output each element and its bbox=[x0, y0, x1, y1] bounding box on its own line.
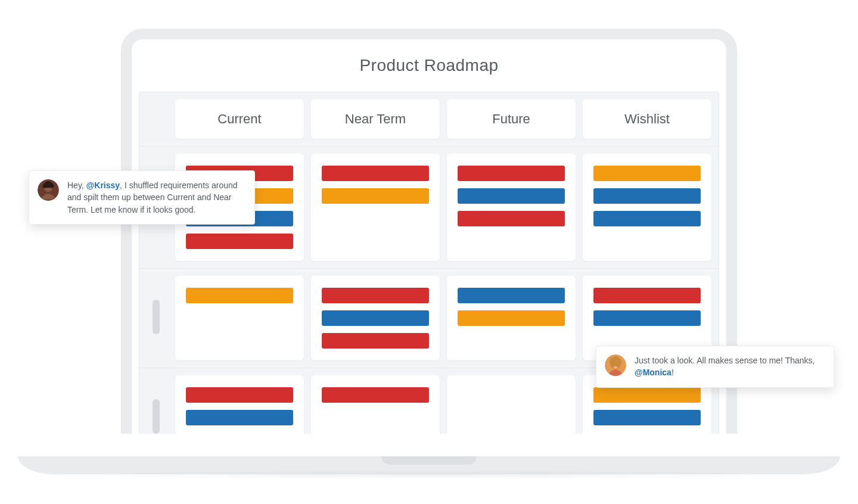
avatar bbox=[38, 179, 59, 201]
roadmap-item[interactable] bbox=[186, 234, 293, 249]
roadmap-item[interactable] bbox=[458, 166, 565, 181]
workspace-handle-wrap bbox=[147, 375, 168, 434]
board-cell[interactable] bbox=[447, 276, 576, 360]
comment-card[interactable]: Hey, @Krissy, I shuffled requirements ar… bbox=[29, 170, 255, 225]
column-header-current[interactable]: Current bbox=[175, 99, 304, 139]
roadmap-item[interactable] bbox=[322, 387, 429, 403]
roadmap-item[interactable] bbox=[458, 211, 565, 226]
roadmap-item[interactable] bbox=[186, 410, 293, 425]
roadmap-item[interactable] bbox=[322, 288, 429, 303]
roadmap-item[interactable] bbox=[593, 211, 701, 226]
roadmap-item[interactable] bbox=[458, 188, 565, 204]
comment-card[interactable]: Just took a look. All makes sense to me!… bbox=[596, 346, 834, 388]
column-header-wishlist[interactable]: Wishlist bbox=[583, 99, 711, 139]
trackpad-notch bbox=[381, 456, 477, 465]
roadmap-item[interactable] bbox=[593, 310, 701, 326]
gutter bbox=[147, 99, 168, 139]
roadmap-item[interactable] bbox=[458, 288, 565, 303]
workspace-handle[interactable] bbox=[153, 399, 160, 434]
roadmap-item[interactable] bbox=[593, 166, 701, 181]
roadmap-item[interactable] bbox=[322, 333, 429, 349]
mention[interactable]: @Monica bbox=[635, 368, 672, 377]
board-cell[interactable] bbox=[311, 375, 440, 434]
board-cell[interactable] bbox=[447, 154, 576, 261]
page-title: Product Roadmap bbox=[139, 44, 719, 92]
board-cell[interactable] bbox=[447, 375, 576, 434]
roadmap-item[interactable] bbox=[186, 288, 293, 303]
roadmap-item[interactable] bbox=[458, 310, 565, 326]
roadmap-item[interactable] bbox=[322, 166, 429, 181]
roadmap-item[interactable] bbox=[322, 310, 429, 326]
column-headers: Current Near Term Future Wishlist bbox=[139, 99, 719, 146]
board-cell[interactable] bbox=[583, 154, 711, 261]
mention[interactable]: @Krissy bbox=[86, 181, 120, 190]
camera-dot bbox=[427, 33, 431, 37]
roadmap-item[interactable] bbox=[322, 188, 429, 204]
roadmap-item[interactable] bbox=[593, 188, 701, 204]
comment-text: Hey, @Krissy, I shuffled requirements ar… bbox=[67, 179, 244, 216]
board-cell[interactable] bbox=[311, 276, 440, 360]
board-cell[interactable] bbox=[175, 276, 304, 360]
roadmap-item[interactable] bbox=[186, 387, 293, 403]
laptop-base bbox=[18, 456, 840, 474]
board-cell[interactable] bbox=[175, 375, 304, 434]
avatar bbox=[605, 354, 626, 376]
column-header-near-term[interactable]: Near Term bbox=[311, 99, 440, 139]
column-header-future[interactable]: Future bbox=[447, 99, 576, 139]
roadmap-item[interactable] bbox=[593, 387, 701, 403]
workspace-handle[interactable] bbox=[153, 300, 160, 334]
comment-text: Just took a look. All makes sense to me!… bbox=[635, 354, 823, 379]
workspace-handle-wrap bbox=[147, 276, 168, 360]
board-cell[interactable] bbox=[311, 154, 440, 261]
roadmap-item[interactable] bbox=[593, 410, 701, 425]
base-shadow bbox=[18, 471, 840, 479]
roadmap-item[interactable] bbox=[593, 288, 701, 303]
